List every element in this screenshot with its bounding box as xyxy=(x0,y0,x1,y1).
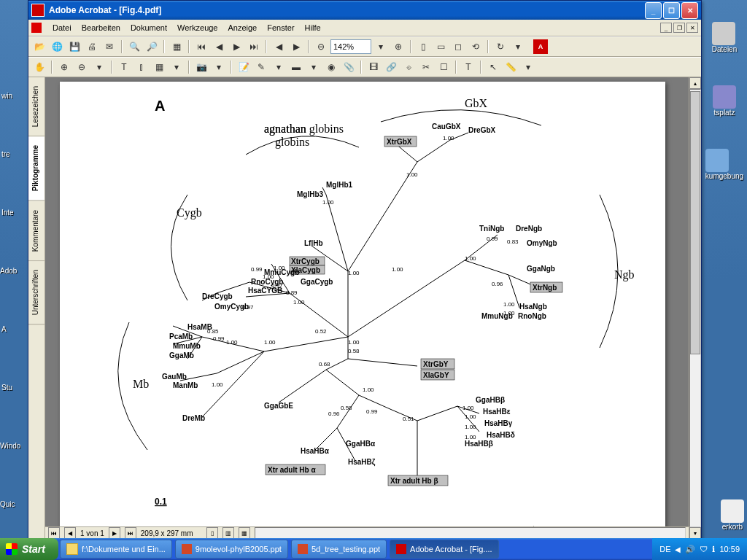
snapshot-icon[interactable]: 📷 xyxy=(193,59,209,75)
titlebar[interactable]: Adobe Acrobat - [Fig.4.pdf] _ ☐ ✕ xyxy=(28,1,701,20)
stamp-icon[interactable]: ◉ xyxy=(323,59,339,75)
minimize-button[interactable]: _ xyxy=(645,2,662,19)
menu-hilfe[interactable]: Hilfe xyxy=(300,22,326,34)
task-item[interactable]: Adobe Acrobat - [Fig.... xyxy=(390,540,499,559)
menu-bearbeiten[interactable]: Bearbeiten xyxy=(77,22,125,34)
fit-width-icon[interactable]: ◻ xyxy=(450,39,466,55)
support-value: 1.00 xyxy=(503,301,515,308)
vscrollbar[interactable]: ▴ ▾ xyxy=(689,77,701,539)
back-icon[interactable]: ◀ xyxy=(271,39,287,55)
form-icon[interactable]: ☐ xyxy=(436,59,452,75)
page-prev-icon[interactable]: ◀ xyxy=(64,527,76,539)
layout-single-icon[interactable]: ▯ xyxy=(206,527,218,539)
table-select-icon[interactable]: ▦ xyxy=(151,59,167,75)
language-indicator[interactable]: DE xyxy=(659,545,670,553)
task-item[interactable]: 5d_tree_testing.ppt xyxy=(291,540,387,559)
task-item[interactable]: f:\Dokumente und Ein... xyxy=(60,540,172,559)
menu-fenster[interactable]: Fenster xyxy=(262,22,299,34)
desktop-icon[interactable] xyxy=(713,85,736,109)
zoom-dropdown-icon[interactable]: ▾ xyxy=(91,59,107,75)
system-tray[interactable]: DE ◀ 🔊 🛡 ℹ 10:59 xyxy=(652,538,747,560)
mdi-close-button[interactable]: ✕ xyxy=(686,23,698,33)
clock[interactable]: 10:59 xyxy=(719,545,740,553)
scroll-thumb[interactable] xyxy=(690,91,700,354)
rotate-icon[interactable]: ↻ xyxy=(492,39,508,55)
link-icon[interactable]: 🔗 xyxy=(383,59,399,75)
fit-page-icon[interactable]: ▭ xyxy=(433,39,449,55)
close-button[interactable]: ✕ xyxy=(681,2,698,19)
prev-page-icon[interactable]: ◀ xyxy=(211,39,227,55)
task-item[interactable]: 9molevol-phylB2005.ppt xyxy=(175,540,288,559)
attach-icon[interactable]: 📎 xyxy=(341,59,357,75)
hscrollbar[interactable] xyxy=(255,527,686,539)
desktop-icon[interactable] xyxy=(712,22,735,45)
tray-icon[interactable]: 🛡 xyxy=(700,545,708,553)
text-select-icon[interactable]: T xyxy=(116,59,132,75)
menu-werkzeuge[interactable]: Werkzeuge xyxy=(172,22,222,34)
note-icon[interactable]: 📝 xyxy=(236,59,252,75)
maximize-button[interactable]: ☐ xyxy=(663,2,680,19)
article-icon[interactable]: ⟐ xyxy=(400,59,417,75)
zoom-in-icon[interactable]: ⊕ xyxy=(390,39,406,55)
page-last-icon[interactable]: ⏭ xyxy=(125,527,136,539)
tray-expand-icon[interactable]: ◀ xyxy=(675,545,681,553)
search-icon[interactable]: 🔍 xyxy=(126,39,142,55)
first-page-icon[interactable]: ⏮ xyxy=(193,39,209,55)
print-icon[interactable]: 🖨 xyxy=(84,39,100,55)
arrow-icon[interactable]: ↖ xyxy=(485,59,501,75)
more-icon[interactable]: ▾ xyxy=(510,39,526,55)
hand-icon[interactable]: ✋ xyxy=(31,59,47,75)
crop-icon[interactable]: ✂ xyxy=(418,59,434,75)
zoom-in-tool-icon[interactable]: ⊕ xyxy=(56,59,72,75)
tray-icon[interactable]: ℹ xyxy=(712,545,715,554)
layout-cont-icon[interactable]: ▥ xyxy=(222,527,234,539)
open-icon[interactable]: 📂 xyxy=(31,39,47,55)
thumbnails-icon[interactable]: ▦ xyxy=(169,39,185,55)
tab-piktogramme[interactable]: Piktogramme xyxy=(28,136,44,201)
desktop-icon[interactable] xyxy=(705,149,729,172)
column-select-icon[interactable]: ⫿ xyxy=(133,59,150,75)
pencil-dropdown-icon[interactable]: ▾ xyxy=(271,59,287,75)
zoom-field[interactable]: 142% xyxy=(330,39,371,54)
snapshot-dropdown-icon[interactable]: ▾ xyxy=(211,59,227,75)
measure-icon[interactable]: 📏 xyxy=(503,59,519,75)
pencil-icon[interactable]: ✎ xyxy=(253,59,269,75)
start-button[interactable]: Start xyxy=(0,538,58,560)
support-value: 0.51 xyxy=(403,416,414,422)
page-next-icon[interactable]: ▶ xyxy=(109,527,120,539)
mdi-restore-button[interactable]: ❐ xyxy=(673,23,685,33)
pdf-page[interactable]: A 0.1 GbX agnathan globins agnathan glob… xyxy=(60,82,665,526)
actual-size-icon[interactable]: ▯ xyxy=(415,39,431,55)
recycle-bin-icon[interactable] xyxy=(721,499,744,523)
group-label-gbx: GbX xyxy=(465,97,488,109)
highlight-icon[interactable]: ▬ xyxy=(288,59,304,75)
web-icon[interactable]: 🌐 xyxy=(49,39,65,55)
menu-anzeige[interactable]: Anzeige xyxy=(222,22,262,34)
menu-datei[interactable]: Datei xyxy=(47,22,77,34)
forward-icon[interactable]: ▶ xyxy=(288,39,304,55)
reflow-icon[interactable]: ⟲ xyxy=(468,39,484,55)
tab-unterschriften[interactable]: Unterschriften xyxy=(28,261,44,324)
scroll-down-icon[interactable]: ▾ xyxy=(689,527,701,539)
last-page-icon[interactable]: ⏭ xyxy=(246,39,262,55)
highlight-dropdown-icon[interactable]: ▾ xyxy=(306,59,322,75)
menu-dokument[interactable]: Dokument xyxy=(125,22,172,34)
save-icon[interactable]: 💾 xyxy=(66,39,82,55)
zoom-dropdown-icon[interactable]: ▾ xyxy=(373,39,389,55)
page-first-icon[interactable]: ⏮ xyxy=(48,527,60,539)
layout-facing-icon[interactable]: ▦ xyxy=(239,527,250,539)
mail-icon[interactable]: ✉ xyxy=(101,39,117,55)
find-icon[interactable]: 🔎 xyxy=(144,39,160,55)
movie-icon[interactable]: 🎞 xyxy=(365,59,382,75)
tab-lesezeichen[interactable]: Lesezeichen xyxy=(28,77,44,136)
zoom-out-tool-icon[interactable]: ⊖ xyxy=(74,59,90,75)
mdi-minimize-button[interactable]: _ xyxy=(660,23,672,33)
touchup-text-icon[interactable]: T xyxy=(460,59,476,75)
tools-dropdown-icon[interactable]: ▾ xyxy=(520,59,536,75)
tab-kommentare[interactable]: Kommentare xyxy=(28,201,44,261)
scroll-up-icon[interactable]: ▴ xyxy=(689,77,701,89)
next-page-icon[interactable]: ▶ xyxy=(228,39,244,55)
tray-icon[interactable]: 🔊 xyxy=(685,545,695,554)
zoom-out-icon[interactable]: ⊖ xyxy=(313,39,329,55)
select-dropdown-icon[interactable]: ▾ xyxy=(169,59,185,75)
